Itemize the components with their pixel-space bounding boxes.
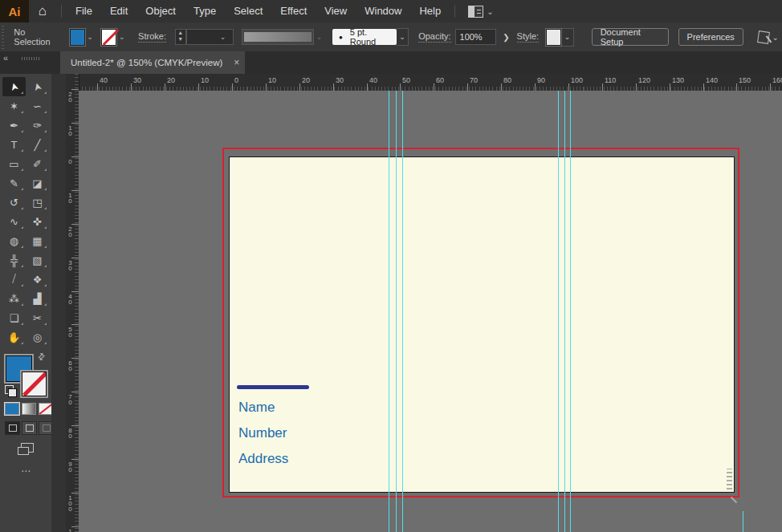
home-icon[interactable]: ⌂	[29, 0, 56, 22]
curvature-tool[interactable]: ✑	[26, 116, 49, 135]
canvas[interactable]: NameNumberAddress	[79, 91, 782, 532]
symbol-sprayer-tool[interactable]: ⁂	[2, 289, 26, 308]
vertical-guide[interactable]	[570, 91, 571, 532]
document-tab[interactable]: Untitled-2* @ 150% (CMYK/Preview) ×	[60, 51, 245, 74]
rectangle-tool[interactable]: ▭	[2, 154, 26, 173]
stroke-width-field[interactable]: ⌄	[186, 29, 234, 45]
slice-tool[interactable]: ✂	[26, 308, 49, 327]
chevron-down-icon[interactable]: ⌄	[85, 33, 96, 41]
card-rule-line[interactable]	[237, 385, 309, 389]
card-text-name[interactable]: Name	[238, 400, 275, 416]
brush-definition-dropdown[interactable]: ● 5 pt. Round	[332, 29, 397, 45]
brush-dropdown-button[interactable]: ⌄	[397, 28, 409, 46]
horizontal-ruler[interactable]: 4030201001020304050607080901001101201301…	[79, 74, 782, 91]
pencil-tool[interactable]: ✎	[2, 173, 26, 193]
fill-color-swatch[interactable]	[70, 29, 85, 46]
menu-view[interactable]: View	[316, 0, 356, 22]
opacity-label[interactable]: Opacity:	[418, 31, 450, 43]
dock-grip[interactable]	[22, 57, 39, 60]
ruler-tick	[71, 190, 79, 191]
eraser-tool[interactable]: ◪	[26, 173, 49, 193]
stepper-down-icon[interactable]: ▼	[176, 36, 185, 43]
ruler-tick	[636, 83, 637, 91]
lasso-tool[interactable]: ∽	[26, 96, 49, 116]
preferences-button[interactable]: Preferences	[678, 28, 743, 46]
line-segment-tool-icon: ╱	[35, 139, 41, 151]
workspace-icon[interactable]	[757, 30, 770, 44]
chevron-right-icon[interactable]: ❯	[503, 33, 509, 42]
card-text-number[interactable]: Number	[238, 425, 287, 441]
gradient-tool[interactable]: ▧	[26, 250, 49, 270]
vertical-guide[interactable]	[389, 91, 389, 532]
menu-edit[interactable]: Edit	[101, 0, 136, 22]
vertical-ruler[interactable]: 20100102030405060708090100110	[66, 74, 79, 532]
direct-selection-tool[interactable]: ➤	[26, 77, 49, 96]
artboard-tool[interactable]: ❏	[2, 308, 26, 327]
ruler-tick	[97, 83, 98, 91]
stroke-color-swatch[interactable]	[101, 29, 116, 46]
chevron-down-icon[interactable]: ⌄	[483, 7, 496, 16]
stepper-up-icon[interactable]: ▲	[176, 30, 185, 36]
draw-normal-button[interactable]	[5, 421, 20, 435]
vertical-guide-segment[interactable]	[743, 511, 743, 532]
ruler-label: 10	[67, 124, 74, 136]
perspective-grid-tool[interactable]: ▦	[26, 231, 49, 250]
rotate-tool[interactable]: ↺	[2, 193, 26, 212]
column-graph-tool[interactable]: ▟	[26, 289, 49, 308]
line-segment-tool[interactable]: ╱	[26, 135, 49, 154]
vertical-guide[interactable]	[558, 91, 559, 532]
draw-behind-button[interactable]	[22, 421, 37, 435]
style-dropdown-button[interactable]: ⌄	[561, 28, 573, 47]
selection-tool[interactable]: ➤	[2, 77, 26, 96]
shape-builder-tool[interactable]: ◍	[2, 231, 26, 250]
hand-tool[interactable]: ✋	[2, 327, 26, 347]
ruler-label: 0	[67, 158, 74, 164]
vertical-guide[interactable]	[402, 91, 403, 532]
card-text-address[interactable]: Address	[238, 451, 288, 467]
illustrator-logo-icon[interactable]: Ai	[0, 0, 29, 22]
shape-builder-tool-icon: ◍	[10, 235, 18, 247]
gradient-button[interactable]	[22, 403, 36, 415]
opacity-field[interactable]: 100%	[455, 29, 497, 45]
menu-select[interactable]: Select	[225, 0, 271, 22]
artboard[interactable]	[229, 156, 735, 493]
stroke-color-control[interactable]	[22, 372, 47, 396]
zoom-tool[interactable]: ◎	[26, 327, 49, 347]
chevron-down-icon[interactable]: ⌄	[218, 33, 229, 41]
menu-effect[interactable]: Effect	[271, 0, 316, 22]
magic-wand-tool[interactable]: ✶	[2, 96, 26, 116]
paintbrush-tool[interactable]: ✐	[26, 154, 49, 173]
pen-tool[interactable]: ✒	[2, 116, 26, 135]
puppet-warp-tool[interactable]: ✜	[26, 212, 49, 231]
chevron-down-icon[interactable]: ⌄	[116, 33, 127, 41]
style-swatch[interactable]	[546, 29, 561, 46]
blend-tool[interactable]: ❖	[26, 270, 49, 289]
eyedropper-tool[interactable]: ⧸	[2, 270, 26, 289]
menu-type[interactable]: Type	[185, 0, 225, 22]
document-setup-button[interactable]: Document Setup	[592, 28, 669, 46]
shaper-tool[interactable]: ∿	[2, 212, 26, 231]
type-tool[interactable]: T	[2, 135, 26, 154]
tools-panel: ➤➤✶∽✒✑T╱▭✐✎◪↺◳∿✜◍▦╬▧⧸❖⁂▟❏✂✋◎ ⇄ ⋯	[0, 74, 51, 532]
default-fill-stroke-icon[interactable]	[5, 385, 14, 394]
arrange-documents-icon[interactable]	[468, 6, 483, 18]
menu-object[interactable]: Object	[136, 0, 185, 22]
menu-file[interactable]: File	[67, 0, 101, 22]
scale-tool[interactable]: ◳	[26, 193, 49, 212]
tool-row: ➤➤	[2, 77, 51, 96]
change-screen-mode-icon[interactable]	[21, 443, 34, 453]
menu-help[interactable]: Help	[410, 0, 450, 22]
stroke-label[interactable]: Stroke:	[138, 31, 166, 43]
menu-window[interactable]: Window	[356, 0, 410, 22]
collapse-panels-icon[interactable]: «	[3, 53, 8, 63]
vertical-guide[interactable]	[396, 91, 397, 532]
stroke-width-stepper[interactable]: ▲ ▼	[175, 29, 186, 45]
vertical-guide[interactable]	[564, 91, 565, 532]
color-button[interactable]	[5, 403, 19, 415]
close-tab-icon[interactable]: ×	[234, 57, 239, 68]
mesh-tool[interactable]: ╬	[2, 250, 26, 270]
swap-fill-stroke-icon[interactable]: ⇄	[35, 351, 48, 363]
edit-toolbar-icon[interactable]: ⋯	[21, 465, 31, 477]
style-label[interactable]: Style:	[517, 31, 540, 43]
panel-grip[interactable]	[0, 23, 5, 51]
